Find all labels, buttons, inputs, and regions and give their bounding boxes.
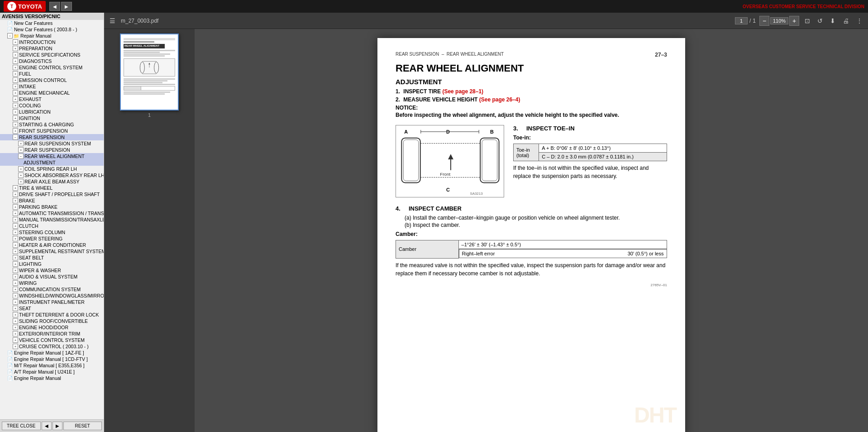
sidebar-item-engine-hood[interactable]: + ENGINE HOOD/DOOR (0, 324, 104, 331)
expand-icon[interactable]: + (13, 274, 18, 279)
expand-icon[interactable]: + (13, 242, 18, 248)
sidebar-item-rear-sus2[interactable]: + REAR SUSPENSION (0, 147, 104, 153)
tree-close-button[interactable]: TREE CLOSE (2, 422, 41, 430)
expand-icon[interactable]: − (13, 134, 18, 140)
sidebar-item-cooling[interactable]: + COOLING (0, 102, 104, 109)
expand-icon[interactable]: + (13, 90, 18, 96)
expand-icon[interactable]: + (13, 128, 18, 134)
expand-icon[interactable]: − (18, 154, 24, 159)
expand-icon[interactable]: + (13, 103, 18, 108)
expand-icon[interactable]: + (13, 255, 18, 260)
expand-icon[interactable]: + (13, 299, 18, 305)
sidebar-item-new-car-features-2003[interactable]: 📄 New Car Features ( 2003.8 - ) (0, 26, 104, 33)
sidebar-item-lubrication[interactable]: + LUBRICATION (0, 109, 104, 115)
sidebar-item-mt-repair[interactable]: 📄 M/T Repair Manual [ E355,E356 ] (0, 362, 104, 369)
expand-icon[interactable]: + (18, 179, 24, 184)
expand-icon[interactable]: + (13, 52, 18, 58)
sidebar-item-windshield[interactable]: + WINDSHIELD/WINDOWGLASS/MIRROR (0, 293, 104, 299)
pdf-zoom-minus-button[interactable]: − (759, 16, 769, 26)
expand-icon[interactable]: + (13, 204, 18, 210)
pdf-fit-icon[interactable]: ⊡ (803, 16, 812, 25)
expand-icon[interactable]: + (13, 192, 18, 197)
expand-icon[interactable]: + (13, 109, 18, 115)
expand-icon[interactable]: + (13, 249, 18, 254)
sidebar-item-instrument[interactable]: + INSTRUMENT PANEL/METER (0, 299, 104, 305)
sidebar-prev-button[interactable]: ◀ (42, 422, 52, 430)
sidebar-item-front-suspension[interactable]: + FRONT SUSPENSION (0, 128, 104, 134)
sidebar-item-power-steering[interactable]: + POWER STEERING (0, 235, 104, 242)
expand-icon[interactable]: + (13, 268, 18, 273)
expand-icon[interactable]: + (13, 211, 18, 216)
sidebar-item-communication[interactable]: + COMMUNICATION SYSTEM (0, 286, 104, 293)
expand-icon[interactable]: + (18, 173, 24, 178)
sidebar-item-engine-control[interactable]: + ENGINE CONTROL SYSTEM (0, 64, 104, 71)
sidebar-item-wiring[interactable]: + WIRING (0, 280, 104, 286)
expand-icon[interactable]: + (13, 65, 18, 70)
sidebar-item-manual-trans[interactable]: + MANUAL TRANSMISSION/TRANSAXLE (0, 216, 104, 223)
expand-icon[interactable]: + (18, 141, 24, 146)
sidebar-item-shock-absorber[interactable]: + SHOCK ABSORBER ASSY REAR LH (0, 172, 104, 178)
sidebar-item-rear-axle[interactable]: + REAR AXLE BEAM ASSY (0, 178, 104, 185)
pdf-rotate-icon[interactable]: ↺ (816, 16, 825, 25)
nav-back-button[interactable]: ◀ (49, 2, 60, 11)
expand-icon[interactable]: + (13, 280, 18, 286)
sidebar-item-rear-suspension[interactable]: − REAR SUSPENSION (0, 134, 104, 140)
sidebar-item-steering[interactable]: + STEERING COLUMN (0, 229, 104, 235)
sidebar-item-wiper[interactable]: + WIPER & WASHER (0, 267, 104, 274)
expand-icon[interactable]: + (13, 58, 18, 64)
sidebar-next-button[interactable]: ▶ (52, 422, 62, 430)
sidebar-item-sliding-roof[interactable]: + SLIDING ROOF/CONVERTIBLE (0, 318, 104, 324)
sidebar-item-engine-mech[interactable]: + ENGINE MECHANICAL (0, 90, 104, 96)
sidebar-item-emission[interactable]: + EMISSION CONTROL (0, 77, 104, 83)
sidebar-item-auto-trans[interactable]: + AUTOMATIC TRANSMISSION / TRANS (0, 210, 104, 216)
sidebar-item-at-repair[interactable]: 📄 A/T Repair Manual [ U241E ] (0, 369, 104, 375)
expand-icon[interactable]: + (18, 147, 24, 153)
sidebar-item-ignition[interactable]: + IGNITION (0, 115, 104, 121)
sidebar-item-coil-spring[interactable]: + COIL SPRING REAR LH (0, 166, 104, 172)
expand-icon[interactable]: + (13, 312, 18, 317)
expand-icon[interactable]: + (13, 318, 18, 324)
pdf-menu-icon[interactable]: ☰ (108, 15, 117, 26)
step-2-link[interactable]: (See page 26–4) (479, 96, 520, 103)
expand-icon[interactable]: + (13, 223, 18, 229)
expand-icon[interactable]: + (13, 344, 18, 349)
sidebar-item-fuel[interactable]: + FUEL (0, 71, 104, 77)
expand-icon[interactable]: + (13, 185, 18, 191)
expand-icon[interactable]: − (7, 33, 13, 38)
sidebar-item-adjustment[interactable]: ADJUSTMENT (0, 159, 104, 166)
expand-icon[interactable]: + (13, 236, 18, 241)
sidebar-item-cruise-control[interactable]: + CRUISE CONTROL ( 2003.10 - ) (0, 343, 104, 350)
sidebar-item-diagnostics[interactable]: + DIAGNOSTICS (0, 58, 104, 64)
sidebar-item-drive-shaft[interactable]: + DRIVE SHAFT / PROPELLER SHAFT (0, 191, 104, 197)
sidebar-item-seat-belt[interactable]: + SEAT BELT (0, 254, 104, 261)
expand-icon[interactable]: + (13, 261, 18, 267)
expand-icon[interactable]: + (13, 337, 18, 343)
sidebar-item-engine-repair-1az[interactable]: 📄 Engine Repair Manual [ 1AZ-FE ] (0, 350, 104, 356)
sidebar-item-engine-repair-plain[interactable]: 📄 Engine Repair Manual (0, 375, 104, 381)
sidebar-item-tire-wheel[interactable]: + TIRE & WHEEL (0, 185, 104, 191)
expand-icon[interactable]: + (13, 39, 18, 45)
sidebar-item-service-specs[interactable]: + SERVICE SPECIFICATIONS (0, 52, 104, 58)
pdf-main-view[interactable]: REAR SUSPENSION – REAR WHEEL ALIGNMENT 2… (195, 29, 868, 432)
step-1-link[interactable]: (See page 28–1) (442, 88, 483, 95)
expand-icon[interactable]: + (13, 217, 18, 222)
sidebar-item-repair-manual[interactable]: − 📁 Repair Manual (0, 33, 104, 39)
sidebar-item-intake[interactable]: + INTAKE (0, 83, 104, 90)
sidebar-item-preparation[interactable]: + PREPARATION (0, 45, 104, 52)
expand-icon[interactable]: + (13, 71, 18, 77)
sidebar-item-srs[interactable]: + SUPPLEMENTAL RESTRAINT SYSTEM (0, 248, 104, 254)
pdf-zoom-plus-button[interactable]: + (789, 16, 799, 26)
expand-icon[interactable]: + (13, 287, 18, 292)
expand-icon[interactable]: + (13, 230, 18, 235)
expand-icon[interactable]: + (13, 331, 18, 336)
sidebar-item-lighting[interactable]: + LIGHTING (0, 261, 104, 267)
sidebar-item-rear-wheel-align[interactable]: − REAR WHEEL ALIGNMENT (0, 153, 104, 159)
expand-icon[interactable]: + (13, 46, 18, 51)
sidebar-item-parking-brake[interactable]: + PARKING BRAKE (0, 204, 104, 210)
expand-icon[interactable]: + (13, 122, 18, 127)
sidebar-item-clutch[interactable]: + CLUTCH (0, 223, 104, 229)
reset-button[interactable]: RESET (63, 422, 102, 430)
sidebar-item-vehicle-control[interactable]: + VEHICLE CONTROL SYSTEM (0, 337, 104, 343)
sidebar-item-brake[interactable]: + BRAKE (0, 197, 104, 204)
nav-forward-button[interactable]: ▶ (61, 2, 72, 11)
